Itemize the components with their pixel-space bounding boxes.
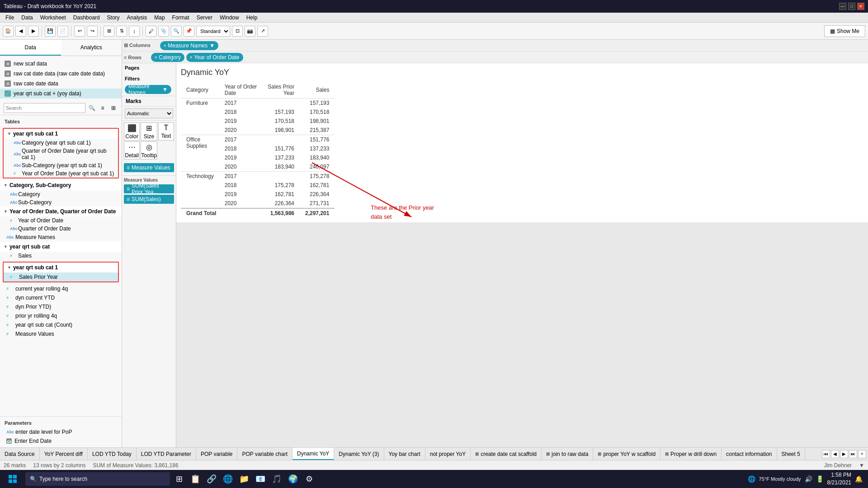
field-quarter[interactable]: Abc Quarter of Order Date (year qrt sub … xyxy=(4,147,118,161)
field-subcat-2[interactable]: Abc Sub-Category xyxy=(0,198,122,206)
tab-add[interactable]: + xyxy=(858,450,866,458)
tab-proper-yoy[interactable]: ⊞ proper YoY w scaffold xyxy=(593,448,660,460)
tab-contact[interactable]: contact information xyxy=(722,448,777,460)
toolbar-forward[interactable]: ▶ xyxy=(28,26,39,37)
field-subcat[interactable]: Abc Sub-Category (year qrt sub cat 1) xyxy=(4,161,118,169)
toolbar-pin[interactable]: 📌 xyxy=(184,26,194,37)
field-sales-prior[interactable]: # Sales Prior Year xyxy=(4,272,118,282)
toolbar-grid[interactable]: ⊞ xyxy=(104,26,114,37)
measure-values-pill[interactable]: ≡ Measure Values xyxy=(124,163,174,172)
tab-data[interactable]: Data xyxy=(0,40,61,56)
group-cat-subcat-header[interactable]: ▼ Category, Sub-Category xyxy=(0,180,122,190)
toolbar-back[interactable]: ◀ xyxy=(15,26,26,37)
param-date-level[interactable]: Abc enter date level for PoP xyxy=(0,427,122,436)
taskview-button[interactable]: ⊞ xyxy=(172,472,186,486)
taskbar-icon-2[interactable]: 📋 xyxy=(188,472,203,486)
show-me-button[interactable]: ▦ Show Me xyxy=(824,25,865,37)
start-button[interactable] xyxy=(2,470,24,488)
toolbar-swap[interactable]: ⇅ xyxy=(116,26,127,37)
rows-year-pill[interactable]: ≡ Year of Order Date xyxy=(186,53,243,62)
toolbar-undo[interactable]: ↩ xyxy=(74,26,85,37)
menu-format[interactable]: Format xyxy=(169,14,193,22)
datasource-new-scaf[interactable]: ⊞ new scaf data xyxy=(0,59,122,69)
menu-help[interactable]: Help xyxy=(243,14,261,22)
sound-icon[interactable]: 🔊 xyxy=(805,475,812,483)
toolbar-highlight[interactable]: 🖊 xyxy=(146,26,156,37)
menu-file[interactable]: File xyxy=(2,14,18,22)
toolbar-share[interactable]: ↗ xyxy=(257,26,268,37)
field-dyn-current[interactable]: # dyn current YTD xyxy=(0,293,122,302)
menu-dashboard[interactable]: Dashboard xyxy=(70,14,104,22)
toolbar-camera[interactable]: 📷 xyxy=(245,26,255,37)
tab-pop[interactable]: POP variable xyxy=(196,448,237,460)
group-year-quarter-header[interactable]: ▼ Year of Order Date, Quarter of Order D… xyxy=(0,206,122,216)
tab-nav-last[interactable]: ⏭ xyxy=(849,450,857,458)
marks-detail-btn[interactable]: ⋯ Detail xyxy=(124,141,140,160)
field-dyn-prior[interactable]: # dyn Prior YTD) xyxy=(0,302,122,311)
marks-text-btn[interactable]: T Text xyxy=(158,122,174,141)
tab-nav-prev[interactable]: ◀ xyxy=(831,450,839,458)
tab-not-proper[interactable]: not proper YoY xyxy=(425,448,471,460)
tab-join[interactable]: ⊞ join to raw data xyxy=(542,448,593,460)
taskbar-icon-chrome[interactable]: 🌍 xyxy=(286,472,300,486)
tab-nav-next[interactable]: ▶ xyxy=(840,450,848,458)
table-group-header-1b[interactable]: ▼ year qrt sub cat 1 xyxy=(4,263,118,272)
menu-window[interactable]: Window xyxy=(216,14,243,22)
datasource-raw-cat[interactable]: ⊞ raw cat date data (raw cate date data) xyxy=(0,69,122,79)
taskbar-icon-3[interactable]: 🔗 xyxy=(204,472,219,486)
field-current-year[interactable]: # current year rolling 4q xyxy=(0,284,122,293)
filter-measure-names-pill[interactable]: Measure Names ▼ xyxy=(125,85,171,94)
collapse-arrow-5[interactable]: ▼ xyxy=(7,265,11,270)
taskbar-icon-5[interactable]: 📧 xyxy=(253,472,268,486)
taskbar-icon-6[interactable]: 🎵 xyxy=(269,472,284,486)
collapse-arrow-1[interactable]: ▼ xyxy=(7,131,11,136)
close-button[interactable]: ✕ xyxy=(857,3,864,10)
view-button[interactable]: ⊞ xyxy=(109,103,118,113)
field-year-order[interactable]: # Year of Order Date (year qrt sub cat 1… xyxy=(4,169,118,178)
notification-icon[interactable]: 🔔 xyxy=(855,475,863,483)
tab-yoy-percent[interactable]: YoY Percent diff xyxy=(40,448,88,460)
collapse-arrow-2[interactable]: ▼ xyxy=(4,183,8,188)
field-sales[interactable]: # Sales xyxy=(0,252,122,260)
field-quarter-2[interactable]: Abc Quarter of Order Date xyxy=(0,225,122,233)
tab-sheet5[interactable]: Sheet 5 xyxy=(777,448,805,460)
table-group-header-1[interactable]: ▼ year qrt sub cat 1 xyxy=(4,129,118,139)
datasource-year-qrt[interactable]: 🔗 year qrt sub cat + (yoy data) xyxy=(0,89,122,99)
collapse-arrow-3[interactable]: ▼ xyxy=(4,209,8,214)
datasource-raw-cate[interactable]: ⊞ raw cate date data xyxy=(0,79,122,89)
toolbar-fit[interactable]: ⊡ xyxy=(232,26,243,37)
tab-lod-param[interactable]: LOD YTD Parameter xyxy=(137,448,196,460)
group-year-qrt-cat-header[interactable]: ▼ year qrt sub cat xyxy=(0,242,122,252)
toolbar-tooltip[interactable]: 🔍 xyxy=(171,26,182,37)
battery-icon[interactable]: 🔋 xyxy=(816,475,824,483)
filter-button[interactable]: ≡ xyxy=(98,103,107,113)
tab-dynamic-yoy3[interactable]: Dynamic YoY (3) xyxy=(334,448,384,460)
field-measure-names[interactable]: Abc Measure Names xyxy=(0,233,122,242)
tab-datasource[interactable]: Data Source xyxy=(0,448,40,460)
rows-category-pill[interactable]: ≡ Category xyxy=(151,53,184,62)
field-year-2[interactable]: # Year of Order Date xyxy=(0,216,122,225)
tab-create-date[interactable]: ⊞ create date cat scaffold xyxy=(471,448,542,460)
field-prior-yr[interactable]: # prior yr rollling 4q xyxy=(0,311,122,320)
toolbar-save[interactable]: 💾 xyxy=(45,26,56,37)
menu-server[interactable]: Server xyxy=(193,14,216,22)
taskbar-search-box[interactable]: 🔍 Type here to search xyxy=(25,472,170,486)
marks-tooltip-btn[interactable]: ◎ Tooltip xyxy=(141,141,157,160)
menu-data[interactable]: Data xyxy=(18,14,36,22)
mv-item-1[interactable]: ≡ SUM(Sales Prior Yea... xyxy=(124,184,174,193)
search-input[interactable] xyxy=(4,103,85,113)
tab-dynamic-yoy[interactable]: Dynamic YoY xyxy=(292,448,334,460)
tab-nav-first[interactable]: ⏮ xyxy=(822,450,830,458)
collapse-arrow-4[interactable]: ▼ xyxy=(4,244,8,249)
menu-worksheet[interactable]: Worksheet xyxy=(37,14,70,22)
toolbar-annotate[interactable]: 📎 xyxy=(158,26,169,37)
toolbar-new[interactable]: 📄 xyxy=(57,26,68,37)
field-category-1[interactable]: Abc Category (year qrt sub cat 1) xyxy=(4,139,118,147)
taskbar-icon-edge[interactable]: 🌐 xyxy=(221,472,235,486)
toolbar-standard-select[interactable]: Standard xyxy=(196,26,230,37)
field-category-2[interactable]: Abc Category xyxy=(0,190,122,198)
field-count[interactable]: # year qrt sub cat (Count) xyxy=(0,320,122,329)
menu-analysis[interactable]: Analysis xyxy=(123,14,151,22)
menu-map[interactable]: Map xyxy=(151,14,168,22)
taskbar-icon-7[interactable]: ⚙ xyxy=(302,472,316,486)
